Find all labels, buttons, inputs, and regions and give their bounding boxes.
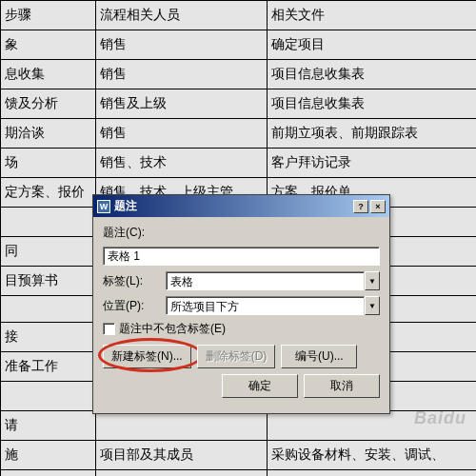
table-cell: 收 [268, 470, 477, 477]
table-row: 施项目部及其成员采购设备材料、安装、调试、 [1, 441, 477, 470]
dialog-titlebar[interactable]: W 题注 ? × [93, 195, 389, 217]
table-cell: 馈及分析 [1, 89, 96, 119]
table-cell: 销售、技术 [96, 149, 268, 178]
table-cell: 期洽谈 [1, 119, 96, 149]
table-cell [1, 208, 96, 237]
delete-label-button: 删除标签(D) [197, 345, 276, 368]
help-button[interactable]: ? [353, 200, 368, 213]
table-cell [1, 470, 96, 477]
word-icon: W [97, 200, 110, 213]
table-cell: 同 [1, 237, 96, 267]
table-row: 场销售、技术客户拜访记录 [1, 149, 477, 178]
table-cell: 销售 [96, 30, 268, 60]
numbering-button[interactable]: 编号(U)... [281, 345, 357, 368]
table-cell: 销售 [96, 60, 268, 89]
table-cell [1, 382, 96, 411]
table-cell [96, 470, 268, 477]
table-cell: 请 [1, 411, 96, 441]
chevron-down-icon[interactable]: ▼ [365, 296, 380, 315]
table-cell: 客户拜访记录 [268, 149, 477, 178]
table-header-row: 步骤 流程相关人员 相关文件 [1, 1, 477, 30]
header-step: 步骤 [1, 1, 96, 30]
caption-dialog: W 题注 ? × 题注(C): 标签(L): 表格 ▼ 位置(P): 所选项目下… [92, 194, 390, 414]
table-cell: 施 [1, 441, 96, 470]
exclude-label: 题注中不包含标签(E) [119, 321, 226, 337]
chevron-down-icon[interactable]: ▼ [365, 271, 380, 290]
table-cell [1, 296, 96, 323]
label-label: 标签(L): [103, 273, 160, 289]
table-cell [268, 411, 477, 441]
table-cell: 确定项目 [268, 30, 477, 60]
table-cell: 项目信息收集表 [268, 60, 477, 89]
label-select[interactable]: 表格 ▼ [166, 271, 380, 290]
new-label-button[interactable]: 新建标签(N)... [103, 345, 191, 368]
table-cell: 息收集 [1, 60, 96, 89]
header-people: 流程相关人员 [96, 1, 268, 30]
label-select-value: 表格 [166, 271, 365, 290]
caption-input[interactable] [103, 247, 380, 266]
table-row: 期洽谈销售前期立项表、前期跟踪表 [1, 119, 477, 149]
table-row: 象销售确定项目 [1, 30, 477, 60]
table-row: 馈及分析销售及上级项目信息收集表 [1, 89, 477, 119]
table-cell: 项目信息收集表 [268, 89, 477, 119]
table-row: 请 [1, 411, 477, 441]
table-cell: 目预算书 [1, 267, 96, 296]
close-button[interactable]: × [370, 200, 386, 213]
table-row: 息收集销售项目信息收集表 [1, 60, 477, 89]
position-select[interactable]: 所选项目下方 ▼ [166, 296, 380, 315]
caption-label: 题注(C): [103, 225, 160, 241]
table-cell: 采购设备材料、安装、调试、 [268, 441, 477, 470]
table-cell: 销售 [96, 119, 268, 149]
table-cell: 项目部及其成员 [96, 441, 268, 470]
table-cell: 场 [1, 149, 96, 178]
table-cell: 准备工作 [1, 352, 96, 382]
ok-button[interactable]: 确定 [222, 374, 298, 398]
table-cell: 前期立项表、前期跟踪表 [268, 119, 477, 149]
table-cell [96, 411, 268, 441]
table-cell: 接 [1, 323, 96, 352]
table-cell: 销售及上级 [96, 89, 268, 119]
table-row: 收 [1, 470, 477, 477]
position-label: 位置(P): [103, 298, 160, 314]
exclude-checkbox[interactable] [103, 323, 115, 335]
cancel-button[interactable]: 取消 [304, 374, 380, 398]
header-files: 相关文件 [268, 1, 477, 30]
position-select-value: 所选项目下方 [166, 296, 365, 315]
table-cell: 象 [1, 30, 96, 60]
table-cell: 定方案、报价 [1, 178, 96, 208]
dialog-title: 题注 [114, 198, 137, 214]
